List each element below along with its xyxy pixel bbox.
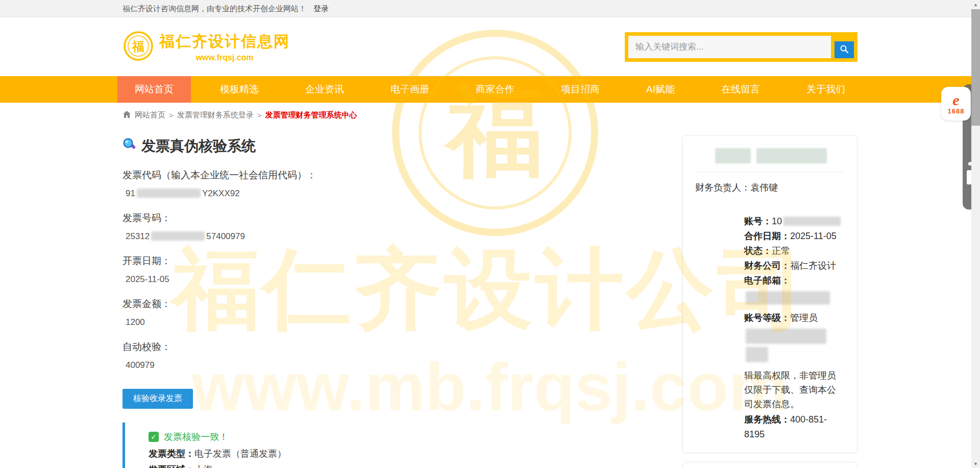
redacted-text [715, 148, 751, 163]
breadcrumb-item-0[interactable]: 网站首页 [135, 110, 165, 120]
result-row-0: 发票类型：电子发票（普通发票） [149, 446, 673, 462]
nav-item-7[interactable]: 在线留言 [704, 76, 777, 103]
nav-item-6[interactable]: AI赋能 [629, 76, 692, 103]
info-row-9: 服务热线：400-851-8195 [744, 412, 845, 442]
site-name: 福仁齐设计信息网 [159, 31, 290, 52]
redacted-text [137, 189, 201, 198]
verify-status: ✓ 发票核验一致！ [149, 430, 673, 444]
breadcrumb-item-2: 发票管理财务管理系统中心 [265, 110, 357, 120]
login-link[interactable]: 登录 [313, 0, 329, 17]
magnifier-emoji-icon [122, 137, 136, 155]
alibaba-1688-badge[interactable]: e 1688 [941, 87, 971, 121]
browser-scrollbar[interactable]: ▲ ▼ [971, 0, 980, 468]
breadcrumb: 网站首页>发票管理财务系统登录>发票管理财务管理系统中心 [122, 103, 857, 123]
site-slogan: 福仁齐设计咨询信息网，由专业的技术开创企业网站！ [122, 0, 306, 17]
search-box [625, 32, 857, 62]
nav-item-5[interactable]: 项目招商 [544, 76, 617, 103]
home-icon [122, 110, 131, 120]
search-input[interactable] [628, 36, 831, 58]
redacted-card-title [714, 148, 845, 163]
magnifier-icon [840, 44, 849, 55]
search-button[interactable] [835, 41, 854, 58]
result-row-1: 发票区域：上海 [149, 462, 673, 468]
nav-item-0[interactable]: 网站首页 [117, 76, 191, 103]
field-value-3[interactable]: 1200 [122, 317, 673, 327]
header: 福 福仁齐设计信息网 www.frqsj.com [0, 17, 980, 76]
breadcrumb-separator: > [169, 111, 174, 120]
site-url: www.frqsj.com [159, 53, 290, 62]
sidebar: 财务负责人：袁伟键 账号：10合作日期：2025-11-05状态：正常财务公司：… [682, 123, 857, 468]
hot-articles-card: 热门文章 网站平台 [682, 462, 857, 468]
info-row-3: 财务公司：福仁齐设计 [744, 259, 845, 273]
redacted-text [756, 148, 827, 163]
field-label-4: 自动校验： [122, 340, 673, 354]
svg-text:福: 福 [131, 39, 144, 53]
info-row-0: 账号：10 [744, 214, 845, 229]
info-row-4: 电子邮箱： [744, 273, 845, 288]
verify-result-panel: ✓ 发票核验一致！ 发票类型：电子发票（普通发票）发票区域：上海发票代码：914… [122, 423, 673, 468]
redacted-text [746, 347, 768, 362]
divider [695, 172, 845, 172]
scrollbar-thumb[interactable] [971, 9, 980, 126]
scroll-up-arrow[interactable]: ▲ [971, 0, 980, 9]
field-value-1[interactable]: 2531257400979 [122, 231, 673, 242]
field-value-4[interactable]: 400979 [122, 360, 673, 370]
field-label-3: 发票金额： [122, 297, 673, 311]
info-row-1: 合作日期：2025-11-05 [744, 229, 845, 244]
finance-manager-row: 财务负责人：袁伟键 [695, 181, 845, 194]
field-value-2[interactable]: 2025-11-05 [122, 274, 673, 285]
field-label-0: 发票代码（输入本企业统一社会信用代码）： [122, 169, 673, 182]
redacted-text [783, 217, 841, 226]
redacted-line [744, 329, 845, 365]
logo-seal-icon: 福 [122, 30, 154, 64]
nav-item-1[interactable]: 模板精选 [203, 76, 276, 103]
breadcrumb-separator: > [257, 111, 262, 120]
verify-invoice-button[interactable]: 核验收录发票 [122, 389, 193, 409]
nav-item-3[interactable]: 电子画册 [373, 76, 447, 103]
info-row-6: 账号等级：管理员 [744, 311, 845, 325]
field-label-1: 发票号码： [122, 212, 673, 225]
redacted-line [744, 291, 845, 308]
scroll-down-arrow[interactable]: ▼ [971, 459, 980, 468]
field-value-0[interactable]: 91Y2KXX92 [122, 189, 673, 199]
company-info-card: 财务负责人：袁伟键 账号：10合作日期：2025-11-05状态：正常财务公司：… [682, 135, 857, 453]
green-check-icon: ✓ [149, 432, 159, 442]
field-label-2: 开票日期： [122, 254, 673, 268]
main-nav: 网站首页模板精选企业资讯电子画册商家合作项目招商AI赋能在线留言关于我们 [0, 76, 980, 103]
breadcrumb-item-1[interactable]: 发票管理财务系统登录 [177, 110, 254, 120]
info-row-2: 状态：正常 [744, 244, 845, 259]
nav-item-2[interactable]: 企业资讯 [288, 76, 361, 103]
alibaba-1688-icon: e [952, 93, 959, 107]
main-content: 发票真伪核验系统 发票代码（输入本企业统一社会信用代码）：91Y2KXX92发票… [122, 123, 673, 468]
nav-item-8[interactable]: 关于我们 [789, 76, 863, 103]
redacted-text [746, 291, 830, 305]
permission-note: 辑最高权限，非管理员仅限于下载、查询本公司发票信息。 [744, 368, 845, 411]
site-logo[interactable]: 福 福仁齐设计信息网 www.frqsj.com [122, 30, 290, 64]
topbar: 福仁齐设计咨询信息网，由专业的技术开创企业网站！ 登录 [0, 0, 980, 17]
redacted-text [151, 231, 205, 241]
verify-status-text: 发票核验一致！ [164, 430, 228, 444]
redacted-text [746, 329, 826, 344]
page-title: 发票真伪核验系统 [122, 136, 673, 156]
nav-item-4[interactable]: 商家合作 [458, 76, 532, 103]
